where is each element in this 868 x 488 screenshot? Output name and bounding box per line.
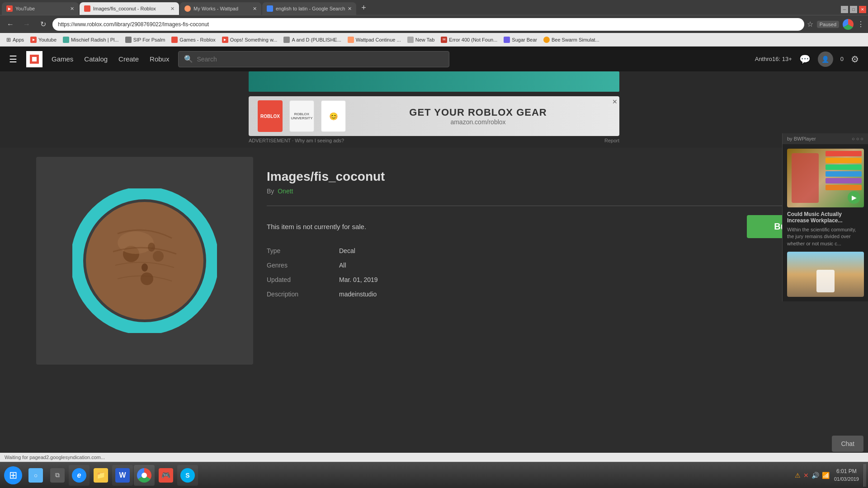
bookmark-sugarbear[interactable]: Sugar Bear bbox=[502, 36, 539, 44]
side-video-title: Could Music Actually Increase Workplace.… bbox=[787, 211, 863, 224]
taskbar-time: 6:01 PM bbox=[834, 467, 859, 475]
bookmark-wattpad[interactable]: Wattpad Continue ... bbox=[346, 36, 403, 44]
tab-roblox[interactable]: Images/fis_coconut - Roblox ✕ bbox=[80, 2, 179, 15]
tray-x-icon: ✕ bbox=[803, 472, 809, 479]
minimize-button[interactable]: ─ bbox=[841, 6, 848, 13]
tab-google-close[interactable]: ✕ bbox=[348, 6, 352, 12]
panel-btn-2[interactable]: ○ bbox=[856, 136, 859, 141]
ad-close-button[interactable]: ✕ bbox=[612, 98, 618, 105]
meta-genres-row: Genres All bbox=[267, 262, 818, 269]
word-icon: W bbox=[115, 468, 130, 483]
taskbar-app7[interactable]: 🎮 bbox=[156, 465, 176, 486]
taskbar-search[interactable]: ○ bbox=[25, 465, 46, 486]
close-button[interactable]: ✕ bbox=[859, 6, 866, 13]
settings-icon[interactable]: ⋮ bbox=[857, 20, 864, 28]
forward-button[interactable]: → bbox=[20, 18, 33, 31]
bookmark-aand[interactable]: A and D (PUBLISHE... bbox=[282, 36, 343, 44]
nav-create[interactable]: Create bbox=[118, 55, 139, 63]
bookmark-mischief[interactable]: Mischief Radish | Pl... bbox=[61, 36, 121, 44]
taskbar-taskview[interactable]: ⧉ bbox=[47, 465, 68, 486]
bookmark-games[interactable]: Games - Roblox bbox=[170, 36, 217, 44]
ad-report-link[interactable]: Report bbox=[604, 138, 619, 143]
roblox-logo[interactable] bbox=[26, 51, 42, 67]
taskview-icon: ⧉ bbox=[50, 468, 65, 483]
svg-rect-1 bbox=[32, 57, 37, 61]
avatar-icon[interactable]: 👤 bbox=[818, 52, 833, 67]
nav-catalog[interactable]: Catalog bbox=[84, 55, 108, 63]
show-desktop[interactable] bbox=[863, 464, 866, 487]
item-image-area bbox=[36, 157, 253, 365]
item-author-link[interactable]: Onett bbox=[278, 188, 293, 195]
taskbar-ie[interactable]: e bbox=[69, 465, 90, 486]
google-tab-icon bbox=[267, 5, 273, 12]
nav-robux[interactable]: Robux bbox=[150, 55, 169, 63]
chrome-taskbar-icon bbox=[137, 468, 151, 483]
updated-value: Mar. 01, 2019 bbox=[339, 276, 378, 283]
tab-youtube-close[interactable]: ✕ bbox=[70, 6, 74, 12]
bookmark-youtube[interactable]: ▶ Youtube bbox=[28, 36, 58, 44]
taskbar-clock: 6:01 PM 01/03/2019 bbox=[834, 467, 859, 483]
robux-count: 0 bbox=[840, 56, 844, 62]
taskbar-word[interactable]: W bbox=[112, 465, 133, 486]
svg-point-6 bbox=[153, 251, 164, 262]
bookmark-apps[interactable]: ⊞ Apps bbox=[5, 36, 26, 44]
start-button[interactable]: ⊞ bbox=[2, 464, 24, 487]
sys-tray: ⚠ ✕ 🔊 📶 bbox=[795, 472, 830, 479]
bookmark-newtab[interactable]: New Tab bbox=[406, 36, 437, 44]
maximize-button[interactable]: □ bbox=[850, 6, 857, 13]
nav-games[interactable]: Games bbox=[52, 55, 73, 63]
taskbar-skype[interactable]: S bbox=[177, 465, 198, 486]
status-bar: Waiting for pagead2.googlesyndication.co… bbox=[0, 453, 868, 462]
chrome-profile-icon[interactable] bbox=[843, 19, 854, 30]
tab-youtube[interactable]: ▶ YouTube ✕ bbox=[2, 2, 79, 15]
tray-volume-icon[interactable]: 🔊 bbox=[811, 472, 819, 479]
tab-wattpad-close[interactable]: ✕ bbox=[253, 6, 257, 12]
bookmark-sip[interactable]: SIP For Psalm bbox=[123, 36, 167, 44]
item-action-dots bbox=[267, 157, 818, 162]
bookmark-youtube-label: Youtube bbox=[38, 37, 57, 42]
wattpad-tab-icon bbox=[184, 5, 191, 12]
play-button[interactable]: ▶ bbox=[848, 191, 860, 204]
chat-button[interactable]: Chat bbox=[832, 436, 863, 452]
hamburger-menu[interactable]: ☰ bbox=[9, 54, 17, 65]
ad-label-bar: ADVERTISEMENT · Why am I seeing ads? Rep… bbox=[249, 138, 619, 143]
description-label: Description bbox=[267, 291, 321, 298]
tray-network-icon[interactable]: 📶 bbox=[822, 472, 830, 479]
genres-value: All bbox=[339, 262, 346, 269]
item-meta: Type Decal Genres All Updated Mar. 01, 2… bbox=[267, 247, 818, 298]
chat-header-icon[interactable]: 💬 bbox=[799, 54, 811, 65]
svg-point-7 bbox=[118, 231, 154, 254]
panel-controls: ○ ○ ○ bbox=[852, 136, 863, 141]
side-panel: by BWPlayer ○ ○ ○ ▶ Could Music Actually… bbox=[782, 133, 868, 301]
settings-gear-icon[interactable]: ⚙ bbox=[851, 54, 859, 65]
username-display: Anthro16: 13+ bbox=[755, 56, 792, 62]
search-input[interactable] bbox=[197, 56, 443, 63]
start-icon: ⊞ bbox=[4, 466, 22, 484]
bookmark-error[interactable]: ✉ Error 400 (Not Foun... bbox=[439, 36, 499, 44]
reload-button[interactable]: ↻ bbox=[36, 18, 50, 31]
type-label: Type bbox=[267, 247, 321, 254]
tab-google[interactable]: english to latin - Google Search ✕ bbox=[262, 2, 356, 15]
sip-icon bbox=[125, 37, 132, 43]
taskbar-chrome[interactable] bbox=[134, 465, 155, 486]
file-icon: 📁 bbox=[94, 468, 108, 483]
roblox-tab-icon bbox=[84, 5, 90, 12]
taskbar-files[interactable]: 📁 bbox=[90, 465, 111, 486]
new-tab-button[interactable]: + bbox=[357, 1, 370, 14]
back-button[interactable]: ← bbox=[4, 18, 17, 31]
roblox-logo-icon bbox=[26, 51, 42, 67]
tab-wattpad[interactable]: My Works - Wattpad ✕ bbox=[180, 2, 261, 15]
panel-btn-1[interactable]: ○ bbox=[852, 136, 855, 141]
bookmark-icon[interactable]: ☆ bbox=[807, 20, 813, 28]
panel-btn-3[interactable]: ○ bbox=[860, 136, 863, 141]
search-bar: 🔍 bbox=[178, 51, 449, 67]
skype-icon: S bbox=[180, 468, 195, 483]
bookmark-oops[interactable]: ▶ Oops! Something w... bbox=[220, 36, 279, 44]
ie-icon: e bbox=[72, 468, 86, 483]
side-video-desc: Within the scientific community, the jur… bbox=[787, 226, 863, 247]
tab-roblox-close[interactable]: ✕ bbox=[170, 6, 175, 12]
error-icon: ✉ bbox=[441, 37, 447, 43]
browser-window: ▶ YouTube ✕ Images/fis_coconut - Roblox … bbox=[0, 0, 868, 47]
bookmark-beeswarm[interactable]: Bee Swarm Simulat... bbox=[542, 36, 601, 44]
address-input[interactable] bbox=[52, 18, 804, 31]
